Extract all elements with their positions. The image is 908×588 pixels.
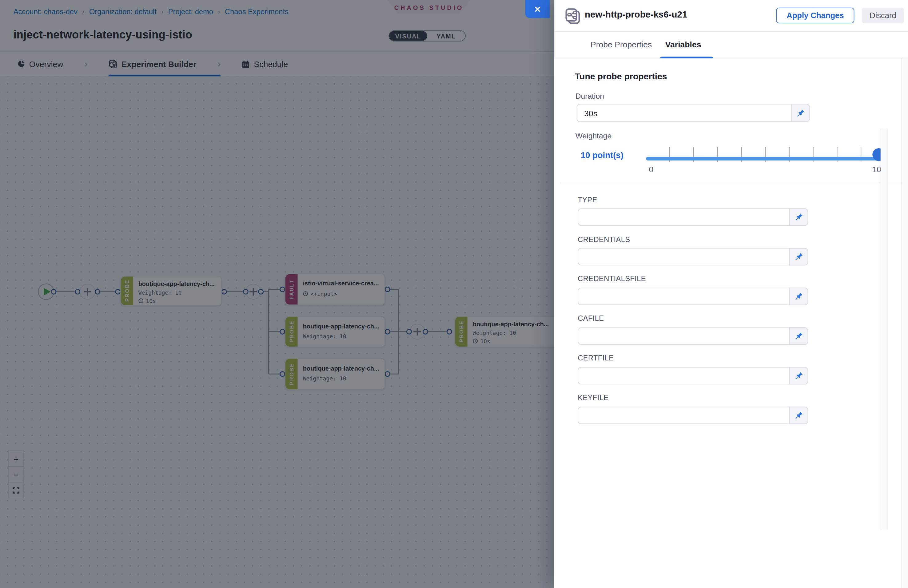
variable-input-group (578, 288, 808, 305)
pin-runtime-input-button[interactable] (789, 288, 808, 305)
weightage-value: 10 point(s) (581, 150, 623, 160)
pin-runtime-input-button[interactable] (789, 327, 808, 345)
pin-icon (794, 252, 803, 262)
credentialsfile-input[interactable] (578, 288, 789, 305)
pin-icon (794, 212, 803, 222)
variable-label-credentials: CREDENTIALS (578, 236, 630, 244)
duration-input-group (576, 104, 810, 122)
tab-variables[interactable]: Variables (665, 40, 701, 49)
variable-label-certfile: CERTFILE (578, 354, 613, 363)
slider-track[interactable] (646, 157, 885, 160)
active-tab-underline (660, 56, 713, 58)
divider (560, 183, 903, 183)
apply-changes-button[interactable]: Apply Changes (776, 8, 854, 23)
variable-input-group (578, 208, 808, 226)
pin-icon (794, 411, 803, 420)
drawer-scrollbar[interactable] (901, 58, 908, 588)
duration-label: Duration (575, 92, 604, 100)
slider-max-label: 10 (872, 165, 881, 174)
pin-runtime-input-button[interactable] (789, 248, 808, 265)
certfile-input[interactable] (578, 367, 789, 384)
type-input[interactable] (578, 208, 789, 226)
variable-label-cafile: CAFILE (578, 315, 604, 323)
section-heading: Tune probe properties (575, 71, 667, 81)
weightage-label: Weightage (575, 131, 612, 140)
close-icon: ✕ (534, 4, 541, 13)
drawer-tabs: Probe Properties Variables (554, 31, 908, 58)
variable-label-keyfile: KEYFILE (578, 394, 609, 402)
experiment-builder-page: Account: chaos-dev › Organization: defau… (0, 0, 554, 588)
drawer-body: Tune probe properties Duration Weightage… (554, 58, 908, 588)
duration-input[interactable] (576, 104, 791, 122)
variables-scrollbar[interactable] (881, 128, 888, 530)
pin-icon (794, 371, 803, 381)
tab-probe-properties[interactable]: Probe Properties (591, 40, 652, 49)
variable-label-type: TYPE (578, 196, 597, 204)
variable-input-group (578, 327, 808, 345)
pin-icon (796, 108, 805, 117)
probe-config-drawer: new-http-probe-ks6-u21 Apply Changes Dis… (554, 0, 908, 588)
variable-input-group (578, 367, 808, 384)
screen: Account: chaos-dev › Organization: defau… (0, 0, 908, 588)
probe-icon (564, 8, 581, 24)
discard-button[interactable]: Discard (862, 8, 904, 23)
credentials-input[interactable] (578, 248, 789, 265)
variable-label-credentialsfile: CREDENTIALSFILE (578, 275, 646, 283)
pin-runtime-input-button[interactable] (791, 104, 810, 122)
modal-dim-overlay[interactable] (0, 0, 554, 588)
keyfile-input[interactable] (578, 406, 789, 424)
pin-runtime-input-button[interactable] (789, 406, 808, 424)
pin-runtime-input-button[interactable] (789, 367, 808, 384)
variable-input-group (578, 406, 808, 424)
close-drawer-button[interactable]: ✕ (525, 0, 550, 18)
cafile-input[interactable] (578, 327, 789, 345)
pin-icon (794, 292, 803, 301)
pin-runtime-input-button[interactable] (789, 208, 808, 226)
probe-name-title: new-http-probe-ks6-u21 (585, 9, 687, 20)
drawer-header: new-http-probe-ks6-u21 Apply Changes Dis… (554, 0, 908, 31)
slider-min-label: 0 (649, 165, 653, 174)
variable-input-group (578, 248, 808, 265)
pin-icon (794, 331, 803, 341)
